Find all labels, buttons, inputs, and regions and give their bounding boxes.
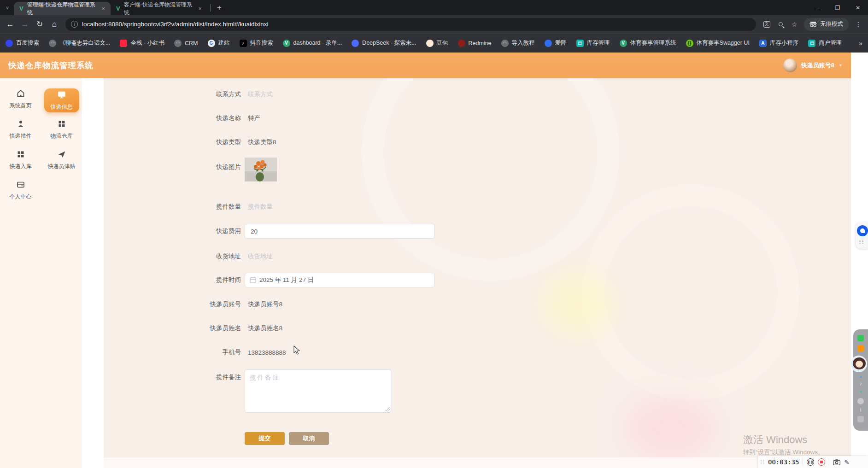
deepseek-icon bbox=[352, 40, 359, 47]
screenshot-camera-icon[interactable] bbox=[833, 459, 840, 465]
window-restore-button[interactable]: ❐ bbox=[827, 0, 848, 15]
mini-app-icon: A bbox=[759, 40, 767, 47]
assistant-avatar[interactable] bbox=[850, 356, 867, 372]
watermark-line1: 激活 Windows bbox=[743, 433, 824, 447]
translate-icon[interactable]: 文 bbox=[761, 18, 773, 30]
resize-handle-icon[interactable] bbox=[385, 407, 390, 411]
pause-button[interactable]: ❚❚ bbox=[807, 458, 814, 466]
field-label: 揽件数量 bbox=[104, 203, 241, 211]
submit-button[interactable]: 提交 bbox=[245, 432, 285, 445]
sidebar-item-快递揽件[interactable]: 快递揽件 bbox=[2, 116, 39, 143]
form-row-快递费用: 快递费用 bbox=[104, 224, 851, 239]
field-input[interactable]: 收货地址 bbox=[248, 252, 273, 261]
mouse-cursor bbox=[293, 345, 301, 357]
field-label: 快递名称 bbox=[104, 114, 241, 123]
zoom-search-icon[interactable] bbox=[774, 18, 786, 30]
back-button[interactable]: ← bbox=[4, 18, 17, 31]
bookmark-item[interactable]: Vdashboard - 录单... bbox=[283, 39, 342, 47]
new-tab-button[interactable]: + bbox=[213, 3, 225, 12]
sidebar-item-系统首页[interactable]: 系统首页 bbox=[2, 86, 39, 112]
tab-title: 客户端-快递仓库物流管理系统 bbox=[124, 1, 194, 17]
bookmark-item[interactable]: A库存小程序 bbox=[759, 39, 799, 47]
bookmark-item[interactable]: ◠《聊斋志异白话文... bbox=[49, 39, 110, 47]
user-menu[interactable]: 快递员账号8 ▼ bbox=[783, 58, 843, 72]
bookmark-item[interactable]: 豆包 bbox=[426, 39, 448, 47]
drag-handle-icon[interactable] bbox=[761, 460, 764, 464]
bookmark-item[interactable]: ◠导入教程 bbox=[501, 39, 535, 47]
bookmark-item[interactable]: {}体育赛事Swagger UI bbox=[686, 39, 750, 47]
main-content: 联系方式联系方式快递名称特产快递类型快递类型8快递图片揽件数量揽件数量快递费用收… bbox=[104, 78, 851, 457]
field-input[interactable] bbox=[245, 224, 434, 239]
tab-divider bbox=[210, 4, 211, 12]
doubao-icon bbox=[426, 40, 434, 47]
bookmark-item[interactable]: ◠CRM bbox=[174, 40, 198, 47]
widget-grey-square-icon[interactable] bbox=[857, 416, 864, 422]
browser-assistant-pill[interactable] bbox=[856, 222, 868, 249]
tab-close-icon[interactable]: × bbox=[197, 5, 203, 12]
bookmark-star-icon[interactable]: ☆ bbox=[788, 18, 800, 30]
app-header: 快递仓库物流管理系统 快递员账号8 ▼ bbox=[0, 53, 851, 78]
field-input[interactable]: 揽件数量 bbox=[248, 203, 273, 211]
sidebar-item-label: 快递入库 bbox=[10, 163, 32, 170]
vue-favicon-icon: V bbox=[19, 5, 23, 12]
field-label: 联系方式 bbox=[104, 90, 241, 99]
bookmark-item[interactable]: ▤库存管理 bbox=[576, 39, 610, 47]
user-name: 快递员账号8 bbox=[801, 61, 834, 70]
bookmark-item[interactable]: DeepSeek - 探索未... bbox=[352, 39, 416, 47]
bookmark-item[interactable]: G建站 bbox=[208, 39, 230, 47]
drag-handle-icon[interactable] bbox=[859, 240, 864, 244]
bookmark-label: DeepSeek - 探索未... bbox=[362, 39, 416, 47]
kucun-icon: ▤ bbox=[576, 40, 584, 47]
user-avatar[interactable] bbox=[783, 58, 797, 72]
bookmarks-overflow-icon[interactable]: » bbox=[859, 40, 862, 47]
vue-icon: V bbox=[620, 40, 627, 47]
remarks-textarea[interactable]: 揽件备注 bbox=[245, 369, 391, 413]
bookmark-label: 百度搜索 bbox=[16, 39, 39, 47]
window-minimize-button[interactable]: ─ bbox=[807, 0, 827, 15]
incognito-icon bbox=[809, 22, 817, 27]
bookmark-label: 商户管理 bbox=[819, 39, 842, 47]
sidebar-item-快递信息[interactable]: 快递信息 bbox=[44, 88, 79, 112]
annotate-pencil-icon[interactable]: ✎ bbox=[844, 459, 849, 466]
bookmark-item[interactable]: Redmine bbox=[458, 40, 492, 47]
sidebar-item-快递员津贴[interactable]: 快递员津贴 bbox=[43, 146, 80, 173]
screen-recorder-toolbar: 00:03:35 ❚❚ ✎ bbox=[758, 456, 868, 468]
browser-menu-icon[interactable]: ⋮ bbox=[852, 21, 864, 28]
site-info-icon[interactable]: i bbox=[71, 21, 78, 28]
browser-tab-admin[interactable]: V 管理端-快递仓库物流管理系统 × bbox=[14, 2, 111, 15]
bookmark-item[interactable]: ♪抖音搜索 bbox=[240, 39, 273, 47]
tab-search-chevron-icon[interactable]: ˅ bbox=[2, 2, 13, 13]
forward-button[interactable]: → bbox=[18, 18, 31, 31]
url-text[interactable]: localhost:8080/springbootcvi3rf2v/admin/… bbox=[82, 21, 268, 28]
field-input[interactable]: 联系方式 bbox=[248, 90, 273, 99]
assistant-logo-icon[interactable] bbox=[857, 225, 868, 236]
bookmark-item[interactable]: V体育赛事管理系统 bbox=[620, 39, 676, 47]
browser-tab-client[interactable]: V 客户端-快递仓库物流管理系统 × bbox=[111, 2, 207, 15]
field-label: 快递图片 bbox=[104, 158, 241, 171]
stop-button[interactable] bbox=[818, 458, 825, 466]
reload-button[interactable]: ↻ bbox=[33, 18, 46, 31]
address-bar[interactable]: i localhost:8080/springbootcvi3rf2v/admi… bbox=[65, 18, 756, 31]
date-picker-input[interactable]: 2025 年 11 月 27 日 bbox=[245, 273, 434, 287]
home-button[interactable]: ⌂ bbox=[48, 18, 61, 31]
sidebar-item-label: 快递揽件 bbox=[10, 132, 32, 140]
baidu-icon bbox=[6, 40, 13, 47]
sidebar-item-个人中心[interactable]: 个人中心 bbox=[2, 177, 39, 204]
bookmark-item[interactable]: ▤商户管理 bbox=[808, 39, 842, 47]
bookmark-item[interactable]: 全栈 - 小红书 bbox=[120, 39, 164, 47]
cancel-button[interactable]: 取消 bbox=[289, 432, 329, 445]
bookmark-item[interactable]: 百度搜索 bbox=[6, 39, 39, 47]
field-value: 快递员账号8 bbox=[248, 300, 282, 309]
side-widget-panel[interactable]: ▲ 7 ▼ 1 bbox=[853, 329, 868, 431]
sidebar-item-物流仓库[interactable]: 物流仓库 bbox=[43, 116, 80, 143]
sidebar-item-快递入库[interactable]: 快递入库 bbox=[2, 146, 39, 173]
widget-orange-icon[interactable] bbox=[857, 345, 864, 351]
widget-green-icon[interactable] bbox=[857, 335, 864, 341]
bookmark-item[interactable]: 爱降 bbox=[545, 39, 567, 47]
window-close-button[interactable]: ✕ bbox=[848, 0, 868, 15]
widget-grey-circle-icon[interactable] bbox=[857, 398, 864, 404]
incognito-badge: 无痕模式 bbox=[804, 18, 849, 31]
package-photo[interactable] bbox=[245, 158, 277, 181]
tab-close-icon[interactable]: × bbox=[100, 5, 106, 12]
sidebar-item-label: 个人中心 bbox=[10, 193, 32, 201]
